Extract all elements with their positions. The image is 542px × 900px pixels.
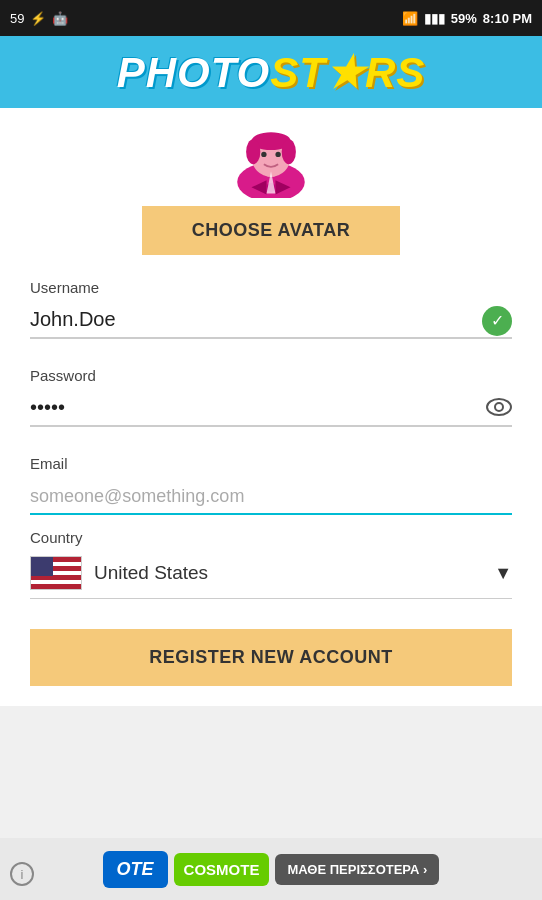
- signal-icon: ▮▮▮: [424, 11, 445, 26]
- svg-point-13: [495, 403, 503, 411]
- username-check-icon: ✓: [482, 306, 512, 336]
- usb-icon: ⚡: [30, 11, 46, 26]
- country-label: Country: [30, 529, 512, 546]
- username-wrapper: ✓: [30, 302, 512, 339]
- avatar-image: [211, 118, 331, 198]
- android-icon: 🤖: [52, 11, 68, 26]
- ad-ote-button[interactable]: OTE: [103, 851, 168, 888]
- svg-point-7: [261, 152, 266, 157]
- main-content: CHOOSE AVATAR Username ✓ Password Email: [0, 108, 542, 706]
- svg-point-12: [487, 399, 511, 415]
- password-input[interactable]: [30, 390, 512, 427]
- app-logo: PHOTOST★RS: [117, 48, 426, 97]
- password-label: Password: [30, 367, 512, 384]
- email-input[interactable]: [30, 478, 512, 515]
- svg-point-10: [246, 139, 260, 164]
- choose-avatar-button[interactable]: CHOOSE AVATAR: [142, 206, 401, 255]
- wifi-icon: 📶: [402, 11, 418, 26]
- eye-icon[interactable]: [486, 396, 512, 422]
- ad-more-button[interactable]: ΜΑΘΕ ΠΕΡΙΣΣΟΤΕΡΑ ›: [275, 854, 439, 885]
- info-icon: i: [10, 862, 34, 886]
- status-left-icons: 59 ⚡ 🤖: [10, 11, 68, 26]
- status-icon-59: 59: [10, 11, 24, 26]
- country-section: Country United States ▼: [20, 529, 522, 599]
- username-input[interactable]: [30, 302, 512, 339]
- register-button[interactable]: REGISTER NEW ACCOUNT: [30, 629, 512, 686]
- register-section: REGISTER NEW ACCOUNT: [20, 629, 522, 686]
- svg-point-11: [282, 139, 296, 164]
- country-name: United States: [94, 562, 482, 584]
- battery-label: 59%: [451, 11, 477, 26]
- status-bar: 59 ⚡ 🤖 📶 ▮▮▮ 59% 8:10 PM: [0, 0, 542, 36]
- avatar-svg: [211, 118, 331, 198]
- time-label: 8:10 PM: [483, 11, 532, 26]
- bottom-ads: i OTE COSMOTE ΜΑΘΕ ΠΕΡΙΣΣΟΤΕΡΑ ›: [0, 838, 542, 900]
- logo-stars: ST★RS: [270, 49, 425, 96]
- country-select[interactable]: United States ▼: [30, 556, 512, 599]
- logo-photo: PHOTO: [117, 49, 271, 96]
- form-container: Username ✓ Password Email: [20, 275, 522, 519]
- email-label: Email: [30, 455, 512, 472]
- email-wrapper: [30, 478, 512, 515]
- avatar-section: CHOOSE AVATAR: [142, 108, 401, 275]
- app-header: PHOTOST★RS: [0, 36, 542, 108]
- country-dropdown-arrow[interactable]: ▼: [494, 563, 512, 584]
- svg-point-8: [275, 152, 280, 157]
- password-wrapper: [30, 390, 512, 427]
- status-right-icons: 📶 ▮▮▮ 59% 8:10 PM: [402, 11, 532, 26]
- us-flag-icon: [30, 556, 82, 590]
- ad-cosmote-button[interactable]: COSMOTE: [174, 853, 270, 886]
- username-label: Username: [30, 279, 512, 296]
